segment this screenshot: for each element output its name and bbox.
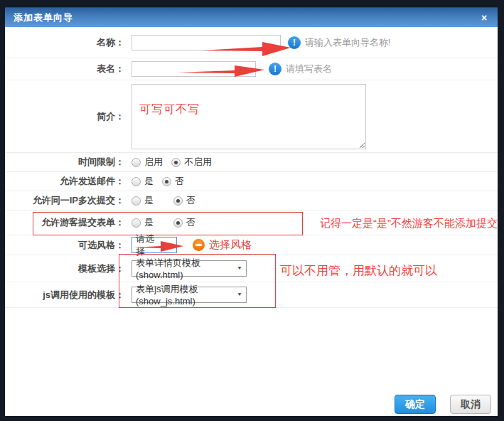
choose-style-link[interactable]: 选择风格 [209,238,252,252]
field-label: 允许游客提交表单： [5,216,124,229]
radio-enable[interactable] [132,158,141,167]
radio-label: 否 [186,194,195,207]
dimmed-backdrop: 添加表单向导 × 名称： ! 请输入表单向导名称! 表名： ! 请填写表名 [0,0,504,421]
field-label: 允许同一IP多次提交： [5,194,124,207]
dialog-body: 名称： ! 请输入表单向导名称! 表名： ! 请填写表名 简介： [5,27,498,308]
chevron-down-icon: ▼ [237,292,242,297]
radio-yes[interactable] [132,177,141,186]
template-select-value: 表单详情页模板(show.html) [136,257,232,280]
add-form-wizard-dialog: 添加表单向导 × 名称： ! 请输入表单向导名称! 表名： ! 请填写表名 [5,7,498,416]
info-icon: ! [269,63,282,75]
radio-label: 是 [144,175,154,188]
js-template-select-value: 表单js调用模板(show_js.html) [136,283,232,307]
radio-yes[interactable] [132,218,141,228]
field-label: 允许发送邮件： [5,175,124,188]
field-label: 简介： [5,110,124,123]
close-icon[interactable]: × [478,11,490,24]
style-select-value: 请选择 [136,233,163,258]
form-row-table-name: 表名： ! 请填写表名 [5,58,498,80]
form-row-time-limit: 时间限制： 启用 不启用 [5,153,498,172]
field-label: js调用使用的模板： [5,289,124,302]
radio-no[interactable] [173,218,183,228]
name-validation-hint: 请输入表单向导名称! [305,36,391,49]
form-row-name: 名称： ! 请输入表单向导名称! [5,27,498,58]
radio-disable[interactable] [171,158,181,167]
form-row-js-template: js调用使用的模板： 表单js调用模板(show_js.html) ▼ [5,282,498,308]
ok-button[interactable]: 确定 [395,395,436,414]
form-row-send-mail: 允许发送邮件： 是 否 [5,172,498,191]
cancel-button[interactable]: 取消 [450,395,491,414]
form-row-multi-ip: 允许同一IP多次提交： 是 否 [5,191,498,210]
dialog-title: 添加表单向导 [14,11,73,24]
field-label: 可选风格： [5,239,124,252]
chevron-down-icon: ▼ [167,243,173,247]
radio-label: 否 [175,175,184,188]
field-label: 时间限制： [5,156,124,169]
field-label: 名称： [5,36,124,49]
name-input[interactable] [132,35,281,50]
field-label: 模板选择： [5,262,124,275]
dialog-titlebar: 添加表单向导 × [5,7,498,27]
radio-yes[interactable] [132,196,141,206]
js-template-select[interactable]: 表单js调用模板(show_js.html) ▼ [132,287,247,303]
style-select[interactable]: 请选择 ▼ [132,237,177,253]
radio-no[interactable] [162,177,171,186]
guest-submit-radio-group: 是 否 [132,216,204,229]
form-row-intro: 简介： [5,80,498,153]
chevron-down-icon: ▼ [237,266,242,271]
field-label: 表名： [5,63,124,75]
radio-label: 不启用 [184,156,212,169]
dialog-footer: 确定 取消 [395,395,491,414]
intro-textarea[interactable] [132,84,366,149]
table-name-validation-hint: 请填写表名 [286,63,332,75]
radio-label: 是 [144,216,154,229]
form-row-style: 可选风格： 请选择 ▼ 选择风格 [5,235,498,255]
form-row-template: 模板选择： 表单详情页模板(show.html) ▼ [5,255,498,282]
radio-label: 是 [144,194,154,207]
info-icon: ! [288,36,301,49]
radio-label: 启用 [144,156,163,169]
send-mail-radio-group: 是 否 [132,175,193,188]
form-row-guest-submit: 允许游客提交表单： 是 否 [5,210,498,235]
template-select[interactable]: 表单详情页模板(show.html) ▼ [132,260,247,277]
table-name-input[interactable] [132,61,256,77]
radio-label: 否 [186,216,195,229]
multi-ip-radio-group: 是 否 [132,194,204,207]
radio-no[interactable] [173,196,183,206]
remove-style-icon[interactable] [193,239,205,251]
time-limit-radio-group: 启用 不启用 [132,156,220,169]
